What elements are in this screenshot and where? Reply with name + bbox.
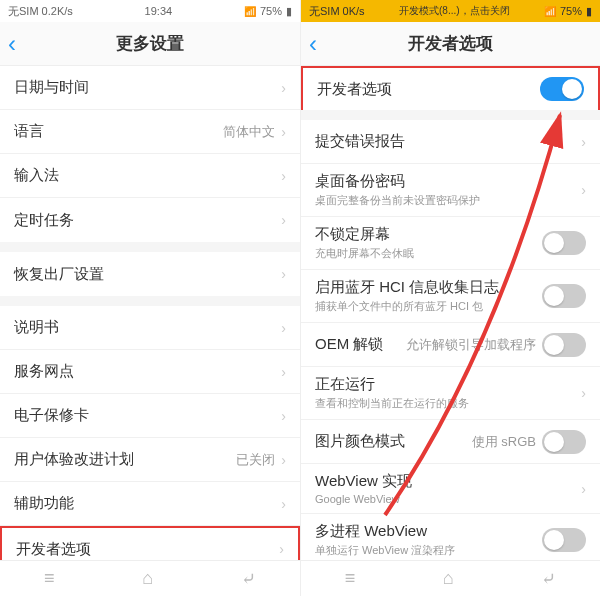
recent-button[interactable]: ≡ (24, 564, 75, 593)
row-label: 说明书 (14, 318, 281, 337)
dev-option-row[interactable]: WebView 实现Google WebView› (301, 464, 600, 514)
row-label: 定时任务 (14, 211, 281, 230)
chevron-right-icon: › (281, 364, 286, 380)
dev-option-row[interactable]: 图片颜色模式使用 sRGB (301, 420, 600, 464)
nav-bar: ‹ 更多设置 (0, 22, 300, 66)
toggle-switch[interactable] (542, 231, 586, 255)
settings-row[interactable]: 开发者选项› (0, 526, 300, 560)
row-label: 服务网点 (14, 362, 281, 381)
developer-options-toggle-row[interactable]: 开发者选项 (301, 66, 600, 110)
dev-option-row[interactable]: OEM 解锁允许解锁引导加载程序 (301, 323, 600, 367)
system-nav: ≡ ⌂ ⤶ (301, 560, 600, 596)
row-value: 使用 sRGB (472, 433, 536, 451)
dev-option-row[interactable]: 多进程 WebView单独运行 WebView 渲染程序 (301, 514, 600, 560)
row-label: 恢复出厂设置 (14, 265, 281, 284)
wifi-icon: 📶 (544, 6, 556, 17)
row-value: 简体中文 (223, 123, 275, 141)
dev-mode-banner[interactable]: 开发模式(8...)，点击关闭 (399, 4, 510, 18)
row-label: 正在运行 (315, 375, 581, 394)
phone-left: 无SIM 0.2K/s 19:34 📶75%▮ ‹ 更多设置 日期与时间›语言简… (0, 0, 300, 596)
chevron-right-icon: › (281, 266, 286, 282)
settings-row[interactable]: 服务网点› (0, 350, 300, 394)
chevron-right-icon: › (279, 541, 284, 557)
dev-option-row[interactable]: 提交错误报告› (301, 120, 600, 164)
row-label: 输入法 (14, 166, 281, 185)
back-icon[interactable]: ‹ (8, 32, 16, 56)
battery: 75% (260, 5, 282, 17)
settings-row[interactable]: 说明书› (0, 306, 300, 350)
back-button[interactable]: ⤶ (521, 564, 576, 594)
chevron-right-icon: › (281, 320, 286, 336)
back-button[interactable]: ⤶ (221, 564, 276, 594)
chevron-right-icon: › (581, 182, 586, 198)
row-label: 不锁定屏幕 (315, 225, 542, 244)
settings-row[interactable]: 电子保修卡› (0, 394, 300, 438)
row-label: 电子保修卡 (14, 406, 281, 425)
row-label: 桌面备份密码 (315, 172, 581, 191)
wifi-icon: 📶 (244, 6, 256, 17)
status-time: 19:34 (145, 5, 173, 17)
settings-list: 日期与时间›语言简体中文›输入法›定时任务›恢复出厂设置›说明书›服务网点›电子… (0, 66, 300, 560)
toggle-switch[interactable] (542, 333, 586, 357)
developer-options-list: 开发者选项 提交错误报告›桌面备份密码桌面完整备份当前未设置密码保护›不锁定屏幕… (301, 66, 600, 560)
toggle-switch[interactable] (542, 284, 586, 308)
dev-option-row[interactable]: 启用蓝牙 HCI 信息收集日志捕获单个文件中的所有蓝牙 HCI 包 (301, 270, 600, 323)
row-subtitle: 查看和控制当前正在运行的服务 (315, 396, 581, 411)
row-label: 图片颜色模式 (315, 432, 472, 451)
row-label: 多进程 WebView (315, 522, 542, 541)
sim-status: 无SIM 0K/s (309, 4, 365, 19)
chevron-right-icon: › (581, 385, 586, 401)
settings-row[interactable]: 语言简体中文› (0, 110, 300, 154)
battery: 75% (560, 5, 582, 17)
row-subtitle: 充电时屏幕不会休眠 (315, 246, 542, 261)
settings-row[interactable]: 日期与时间› (0, 66, 300, 110)
row-label: 辅助功能 (14, 494, 281, 513)
recent-button[interactable]: ≡ (325, 564, 376, 593)
settings-row[interactable]: 定时任务› (0, 198, 300, 242)
settings-row[interactable]: 用户体验改进计划已关闭› (0, 438, 300, 482)
sim-status: 无SIM 0.2K/s (8, 4, 73, 19)
row-label: 开发者选项 (16, 540, 279, 559)
row-value: 允许解锁引导加载程序 (406, 336, 536, 354)
settings-row[interactable]: 输入法› (0, 154, 300, 198)
row-label: 提交错误报告 (315, 132, 581, 151)
row-label: WebView 实现 (315, 472, 581, 491)
row-label: 用户体验改进计划 (14, 450, 236, 469)
settings-row[interactable]: 辅助功能› (0, 482, 300, 526)
chevron-right-icon: › (281, 80, 286, 96)
chevron-right-icon: › (281, 124, 286, 140)
page-title: 开发者选项 (408, 32, 493, 55)
row-subtitle: 桌面完整备份当前未设置密码保护 (315, 193, 581, 208)
page-title: 更多设置 (116, 32, 184, 55)
chevron-right-icon: › (281, 408, 286, 424)
row-label: 语言 (14, 122, 223, 141)
row-label: 启用蓝牙 HCI 信息收集日志 (315, 278, 542, 297)
row-subtitle: 单独运行 WebView 渲染程序 (315, 543, 542, 558)
chevron-right-icon: › (281, 452, 286, 468)
nav-bar: ‹ 开发者选项 (301, 22, 600, 66)
chevron-right-icon: › (581, 481, 586, 497)
row-value: 已关闭 (236, 451, 275, 469)
back-icon[interactable]: ‹ (309, 32, 317, 56)
dev-option-row[interactable]: 正在运行查看和控制当前正在运行的服务› (301, 367, 600, 420)
toggle-switch[interactable] (542, 430, 586, 454)
system-nav: ≡ ⌂ ⤶ (0, 560, 300, 596)
row-label: 日期与时间 (14, 78, 281, 97)
home-button[interactable]: ⌂ (122, 564, 173, 593)
status-bar-dev: 无SIM 0K/s 开发模式(8...)，点击关闭 📶75%▮ (301, 0, 600, 22)
status-bar: 无SIM 0.2K/s 19:34 📶75%▮ (0, 0, 300, 22)
row-subtitle: Google WebView (315, 493, 581, 505)
phone-right: 无SIM 0K/s 开发模式(8...)，点击关闭 📶75%▮ ‹ 开发者选项 … (300, 0, 600, 596)
settings-row[interactable]: 恢复出厂设置› (0, 252, 300, 296)
toggle-switch[interactable] (542, 528, 586, 552)
row-label: 开发者选项 (317, 80, 540, 99)
home-button[interactable]: ⌂ (423, 564, 474, 593)
dev-option-row[interactable]: 不锁定屏幕充电时屏幕不会休眠 (301, 217, 600, 270)
row-label: OEM 解锁 (315, 335, 406, 354)
row-subtitle: 捕获单个文件中的所有蓝牙 HCI 包 (315, 299, 542, 314)
dev-option-row[interactable]: 桌面备份密码桌面完整备份当前未设置密码保护› (301, 164, 600, 217)
chevron-right-icon: › (281, 212, 286, 228)
chevron-right-icon: › (581, 134, 586, 150)
chevron-right-icon: › (281, 168, 286, 184)
toggle-switch[interactable] (540, 77, 584, 101)
